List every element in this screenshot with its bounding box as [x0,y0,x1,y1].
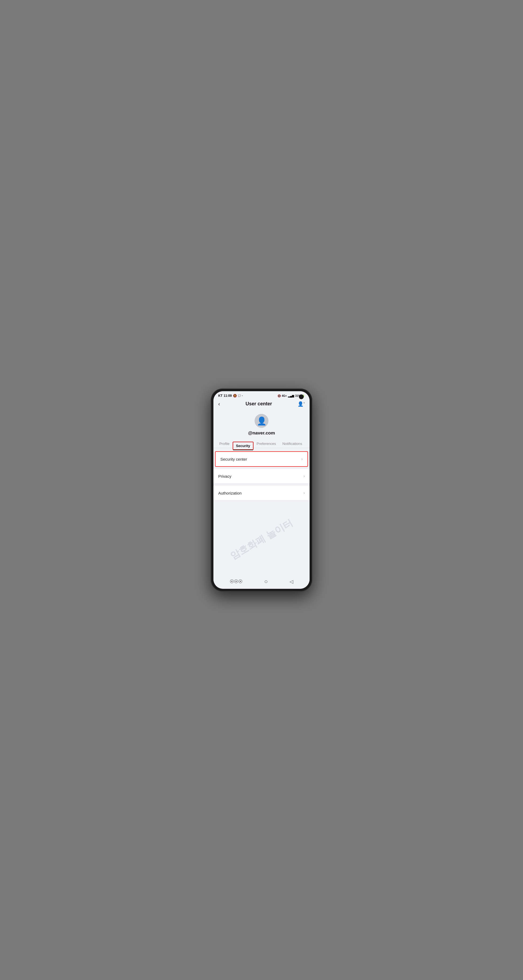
camera-hole [299,395,304,399]
back-nav-button[interactable]: ◁ [290,579,293,584]
profile-email: @naver.com [248,430,275,436]
security-center-label: Security center [220,457,247,461]
avatar: 👤 [255,414,268,428]
status-bar: KT 11:09 🔕 💬 · 🔇 4G+ ▂▄▆ 31% 🔋 [214,391,309,399]
time-label: 11:09 [223,394,232,398]
dot-icon: · [242,394,243,398]
watermark: 암호화폐 놀이터 [228,516,295,563]
authorization-chevron-icon: › [303,490,305,495]
privacy-chevron-icon: › [303,474,305,479]
security-center-item[interactable]: Security center › [215,451,308,467]
msg-icon: 💬 [238,395,241,397]
content-area: Security center › Privacy › Authorizatio… [214,448,309,576]
tab-security[interactable]: Security [233,444,253,448]
tab-preferences[interactable]: Preferences [254,439,279,448]
page-title: User center [246,401,272,407]
phone-screen: KT 11:09 🔕 💬 · 🔇 4G+ ▂▄▆ 31% 🔋 ‹ User ce… [214,391,309,589]
carrier-label: KT [218,394,223,398]
security-center-chevron-icon: › [301,457,303,461]
mute-icon: 🔇 [277,395,281,397]
privacy-label: Privacy [218,474,231,479]
avatar-icon: 👤 [257,416,266,426]
nav-bar: ‹ User center 👤+ [214,399,309,410]
authorization-item[interactable]: Authorization › [214,486,309,500]
tab-profile[interactable]: Profile [216,439,233,448]
privacy-item[interactable]: Privacy › [214,469,309,484]
tab-notifications[interactable]: Notifications [279,439,305,448]
signal-label: 4G+ [282,395,287,397]
tab-bar: Profile Security Preferences Notificatio… [214,439,309,448]
signal-bars-icon: ▂▄▆ [288,395,294,397]
bottom-nav-bar: ⦿⦿⦿ ○ ◁ [214,576,309,589]
authorization-label: Authorization [218,491,242,495]
recents-button[interactable]: ⦿⦿⦿ [230,579,242,584]
status-left: KT 11:09 🔕 💬 · [218,394,243,398]
back-button[interactable]: ‹ [218,401,220,407]
phone-frame: KT 11:09 🔕 💬 · 🔇 4G+ ▂▄▆ 31% 🔋 ‹ User ce… [211,388,312,592]
sim-icon: 🔕 [233,394,237,398]
profile-section: 👤 @naver.com [214,410,309,439]
home-button[interactable]: ○ [264,578,268,585]
add-user-button[interactable]: 👤+ [298,401,305,407]
